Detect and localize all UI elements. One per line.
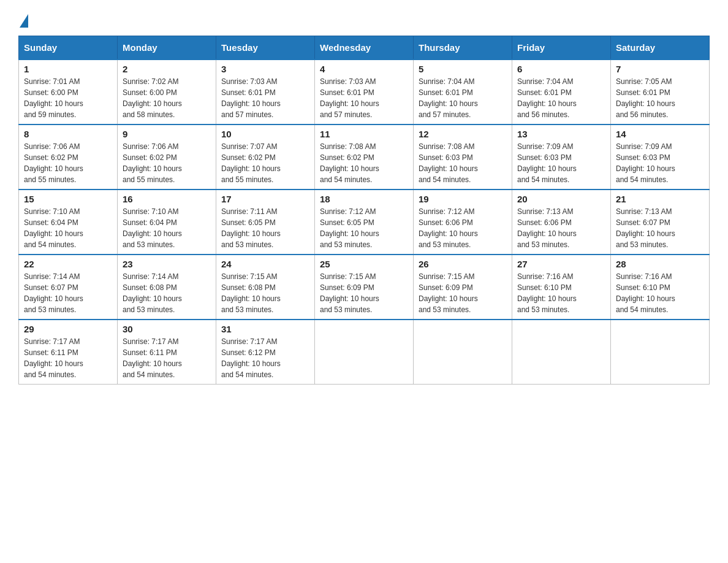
day-info: Sunrise: 7:04 AMSunset: 6:01 PMDaylight:… xyxy=(517,76,605,120)
day-number: 8 xyxy=(24,129,112,139)
calendar-cell: 17Sunrise: 7:11 AMSunset: 6:05 PMDayligh… xyxy=(216,190,315,255)
weekday-header-monday: Monday xyxy=(118,36,216,60)
day-info: Sunrise: 7:14 AMSunset: 6:08 PMDaylight:… xyxy=(123,271,211,315)
day-number: 31 xyxy=(221,324,309,334)
day-info: Sunrise: 7:04 AMSunset: 6:01 PMDaylight:… xyxy=(419,76,507,120)
day-number: 9 xyxy=(123,129,211,139)
day-info: Sunrise: 7:13 AMSunset: 6:07 PMDaylight:… xyxy=(616,206,704,250)
calendar-cell: 9Sunrise: 7:06 AMSunset: 6:02 PMDaylight… xyxy=(118,124,216,190)
week-row-1: 1Sunrise: 7:01 AMSunset: 6:00 PMDaylight… xyxy=(19,59,710,124)
weekday-header-wednesday: Wednesday xyxy=(315,36,414,60)
day-number: 28 xyxy=(616,259,704,269)
calendar-cell: 21Sunrise: 7:13 AMSunset: 6:07 PMDayligh… xyxy=(611,190,710,255)
day-number: 22 xyxy=(24,259,112,269)
day-info: Sunrise: 7:09 AMSunset: 6:03 PMDaylight:… xyxy=(616,141,704,185)
day-number: 3 xyxy=(221,64,309,74)
calendar-cell: 26Sunrise: 7:15 AMSunset: 6:09 PMDayligh… xyxy=(414,255,512,320)
day-number: 6 xyxy=(517,64,605,74)
day-number: 7 xyxy=(616,64,704,74)
calendar-cell: 2Sunrise: 7:02 AMSunset: 6:00 PMDaylight… xyxy=(118,59,216,124)
calendar-cell xyxy=(611,320,710,385)
day-number: 30 xyxy=(123,324,211,334)
day-number: 26 xyxy=(419,259,507,269)
calendar-header-row: SundayMondayTuesdayWednesdayThursdayFrid… xyxy=(19,36,710,60)
day-number: 17 xyxy=(221,194,309,204)
weekday-header-saturday: Saturday xyxy=(611,36,710,60)
calendar-cell: 10Sunrise: 7:07 AMSunset: 6:02 PMDayligh… xyxy=(216,124,315,190)
day-info: Sunrise: 7:15 AMSunset: 6:09 PMDaylight:… xyxy=(320,271,408,315)
day-info: Sunrise: 7:15 AMSunset: 6:09 PMDaylight:… xyxy=(419,271,507,315)
day-number: 1 xyxy=(24,64,112,74)
calendar-cell: 19Sunrise: 7:12 AMSunset: 6:06 PMDayligh… xyxy=(414,190,512,255)
page-header xyxy=(18,12,710,23)
day-info: Sunrise: 7:13 AMSunset: 6:06 PMDaylight:… xyxy=(517,206,605,250)
calendar-cell: 3Sunrise: 7:03 AMSunset: 6:01 PMDaylight… xyxy=(216,59,315,124)
calendar-cell: 24Sunrise: 7:15 AMSunset: 6:08 PMDayligh… xyxy=(216,255,315,320)
week-row-4: 22Sunrise: 7:14 AMSunset: 6:07 PMDayligh… xyxy=(19,255,710,320)
calendar-cell: 28Sunrise: 7:16 AMSunset: 6:10 PMDayligh… xyxy=(611,255,710,320)
day-number: 19 xyxy=(419,194,507,204)
calendar-cell: 12Sunrise: 7:08 AMSunset: 6:03 PMDayligh… xyxy=(414,124,512,190)
day-info: Sunrise: 7:06 AMSunset: 6:02 PMDaylight:… xyxy=(123,141,211,185)
day-number: 23 xyxy=(123,259,211,269)
day-number: 11 xyxy=(320,129,408,139)
day-info: Sunrise: 7:02 AMSunset: 6:00 PMDaylight:… xyxy=(123,76,211,120)
calendar-cell: 8Sunrise: 7:06 AMSunset: 6:02 PMDaylight… xyxy=(19,124,118,190)
day-number: 5 xyxy=(419,64,507,74)
day-number: 15 xyxy=(24,194,112,204)
calendar-cell: 14Sunrise: 7:09 AMSunset: 6:03 PMDayligh… xyxy=(611,124,710,190)
calendar-cell xyxy=(512,320,611,385)
day-info: Sunrise: 7:17 AMSunset: 6:12 PMDaylight:… xyxy=(221,336,309,380)
day-info: Sunrise: 7:12 AMSunset: 6:06 PMDaylight:… xyxy=(419,206,507,250)
day-info: Sunrise: 7:03 AMSunset: 6:01 PMDaylight:… xyxy=(221,76,309,120)
day-number: 27 xyxy=(517,259,605,269)
day-info: Sunrise: 7:08 AMSunset: 6:02 PMDaylight:… xyxy=(320,141,408,185)
day-number: 4 xyxy=(320,64,408,74)
day-info: Sunrise: 7:17 AMSunset: 6:11 PMDaylight:… xyxy=(24,336,112,380)
calendar-cell: 13Sunrise: 7:09 AMSunset: 6:03 PMDayligh… xyxy=(512,124,611,190)
day-info: Sunrise: 7:05 AMSunset: 6:01 PMDaylight:… xyxy=(616,76,704,120)
day-number: 10 xyxy=(221,129,309,139)
day-number: 29 xyxy=(24,324,112,334)
day-info: Sunrise: 7:03 AMSunset: 6:01 PMDaylight:… xyxy=(320,76,408,120)
day-number: 14 xyxy=(616,129,704,139)
calendar-cell: 31Sunrise: 7:17 AMSunset: 6:12 PMDayligh… xyxy=(216,320,315,385)
calendar-cell: 7Sunrise: 7:05 AMSunset: 6:01 PMDaylight… xyxy=(611,59,710,124)
weekday-header-thursday: Thursday xyxy=(414,36,512,60)
day-number: 13 xyxy=(517,129,605,139)
logo xyxy=(18,12,29,23)
day-number: 25 xyxy=(320,259,408,269)
calendar-cell: 5Sunrise: 7:04 AMSunset: 6:01 PMDaylight… xyxy=(414,59,512,124)
day-info: Sunrise: 7:16 AMSunset: 6:10 PMDaylight:… xyxy=(517,271,605,315)
day-info: Sunrise: 7:11 AMSunset: 6:05 PMDaylight:… xyxy=(221,206,309,250)
day-number: 2 xyxy=(123,64,211,74)
week-row-3: 15Sunrise: 7:10 AMSunset: 6:04 PMDayligh… xyxy=(19,190,710,255)
calendar-cell: 1Sunrise: 7:01 AMSunset: 6:00 PMDaylight… xyxy=(19,59,118,124)
week-row-5: 29Sunrise: 7:17 AMSunset: 6:11 PMDayligh… xyxy=(19,320,710,385)
calendar-cell: 20Sunrise: 7:13 AMSunset: 6:06 PMDayligh… xyxy=(512,190,611,255)
day-info: Sunrise: 7:06 AMSunset: 6:02 PMDaylight:… xyxy=(24,141,112,185)
calendar-cell: 4Sunrise: 7:03 AMSunset: 6:01 PMDaylight… xyxy=(315,59,414,124)
calendar-cell: 22Sunrise: 7:14 AMSunset: 6:07 PMDayligh… xyxy=(19,255,118,320)
calendar-cell: 11Sunrise: 7:08 AMSunset: 6:02 PMDayligh… xyxy=(315,124,414,190)
calendar-cell: 30Sunrise: 7:17 AMSunset: 6:11 PMDayligh… xyxy=(118,320,216,385)
week-row-2: 8Sunrise: 7:06 AMSunset: 6:02 PMDaylight… xyxy=(19,124,710,190)
calendar-cell: 29Sunrise: 7:17 AMSunset: 6:11 PMDayligh… xyxy=(19,320,118,385)
day-number: 24 xyxy=(221,259,309,269)
calendar-cell: 15Sunrise: 7:10 AMSunset: 6:04 PMDayligh… xyxy=(19,190,118,255)
day-info: Sunrise: 7:17 AMSunset: 6:11 PMDaylight:… xyxy=(123,336,211,380)
calendar-cell: 6Sunrise: 7:04 AMSunset: 6:01 PMDaylight… xyxy=(512,59,611,124)
calendar-cell: 27Sunrise: 7:16 AMSunset: 6:10 PMDayligh… xyxy=(512,255,611,320)
day-info: Sunrise: 7:14 AMSunset: 6:07 PMDaylight:… xyxy=(24,271,112,315)
calendar-cell: 23Sunrise: 7:14 AMSunset: 6:08 PMDayligh… xyxy=(118,255,216,320)
day-number: 21 xyxy=(616,194,704,204)
calendar-cell: 16Sunrise: 7:10 AMSunset: 6:04 PMDayligh… xyxy=(118,190,216,255)
weekday-header-sunday: Sunday xyxy=(19,36,118,60)
day-info: Sunrise: 7:08 AMSunset: 6:03 PMDaylight:… xyxy=(419,141,507,185)
calendar-cell: 25Sunrise: 7:15 AMSunset: 6:09 PMDayligh… xyxy=(315,255,414,320)
weekday-header-friday: Friday xyxy=(512,36,611,60)
day-info: Sunrise: 7:12 AMSunset: 6:05 PMDaylight:… xyxy=(320,206,408,250)
day-info: Sunrise: 7:10 AMSunset: 6:04 PMDaylight:… xyxy=(24,206,112,250)
day-number: 20 xyxy=(517,194,605,204)
day-number: 12 xyxy=(419,129,507,139)
